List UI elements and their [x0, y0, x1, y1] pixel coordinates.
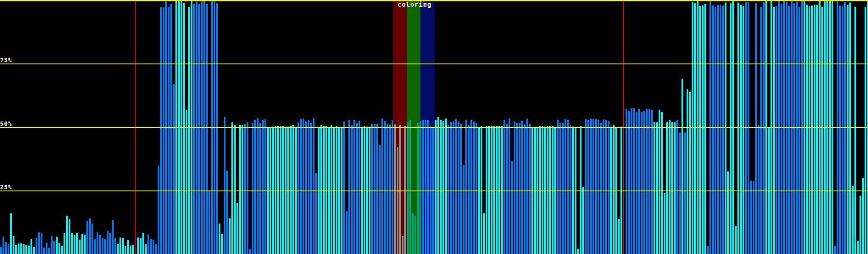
bar [526, 119, 528, 254]
bar [8, 244, 9, 254]
bar [638, 109, 640, 254]
tick-label-75: 75% [0, 57, 12, 64]
bar [539, 126, 541, 254]
bar [847, 5, 849, 254]
bar [247, 122, 248, 254]
bar [66, 216, 68, 254]
bar [226, 171, 228, 254]
bar [229, 218, 231, 254]
bar [147, 235, 149, 254]
bar [860, 196, 861, 254]
bar [488, 126, 490, 254]
bar [455, 119, 457, 254]
bar [48, 248, 50, 254]
bar [849, 3, 851, 254]
bar [618, 219, 620, 254]
bar [633, 108, 635, 254]
bar [275, 126, 276, 254]
bar [224, 117, 225, 254]
bar [0, 247, 2, 254]
bar [381, 119, 383, 254]
bar [516, 123, 518, 254]
bar [587, 120, 589, 254]
bar [496, 126, 498, 254]
bar [750, 181, 752, 254]
bar [666, 122, 668, 254]
bar [336, 126, 337, 254]
bar [46, 243, 47, 254]
bar [491, 126, 492, 254]
bar [603, 119, 604, 254]
bar [468, 125, 470, 254]
bar [483, 213, 485, 254]
bar [310, 123, 312, 254]
bar [758, 125, 760, 254]
bar [389, 124, 391, 254]
bar [188, 7, 190, 254]
bar [38, 232, 40, 254]
bar [343, 121, 345, 254]
bar [654, 122, 655, 254]
bar [562, 123, 564, 254]
bar [793, 3, 795, 254]
bar [379, 145, 381, 254]
bar [300, 119, 302, 254]
bar [842, 6, 843, 254]
bar [86, 221, 88, 254]
bar [94, 239, 96, 254]
bar [3, 237, 4, 254]
bar [699, 6, 701, 254]
bar [193, 4, 195, 254]
bar [450, 122, 452, 254]
bar [567, 120, 569, 254]
bar [684, 133, 686, 254]
bar [415, 216, 416, 254]
usage-graph-canvas: 75% 50% 25% coloring [0, 0, 868, 254]
bar [122, 238, 124, 254]
bar [351, 125, 353, 254]
bar [216, 3, 218, 254]
bar [671, 122, 673, 254]
tick-label-25: 25% [0, 184, 12, 190]
bar [262, 120, 264, 254]
bar [236, 203, 238, 254]
bar [13, 236, 14, 254]
bar [64, 233, 65, 254]
bar [582, 187, 584, 254]
bar [36, 238, 37, 254]
bar [549, 126, 551, 254]
bar [221, 234, 223, 254]
bar [465, 120, 467, 254]
bar [748, 2, 749, 254]
bar [81, 234, 83, 254]
bar [704, 4, 706, 254]
bar [28, 246, 30, 254]
bar [305, 121, 307, 254]
bar [392, 120, 393, 254]
bar [417, 123, 419, 254]
bar [120, 237, 121, 254]
bar [570, 125, 571, 254]
bar [76, 233, 78, 254]
bar [323, 126, 325, 254]
bar [206, 4, 208, 254]
bar [397, 147, 398, 254]
bar [725, 3, 726, 254]
bar [442, 121, 444, 254]
bar [326, 126, 327, 254]
bar [476, 123, 477, 254]
bar [631, 108, 632, 254]
bar [163, 7, 164, 254]
bar [659, 110, 660, 254]
bar [504, 120, 505, 254]
bar [577, 249, 579, 254]
bar [15, 245, 17, 254]
bar [501, 126, 503, 254]
gridline-25 [0, 190, 868, 191]
gridline-50 [0, 127, 868, 128]
bar [547, 126, 548, 254]
bar [674, 122, 676, 254]
bar [458, 121, 459, 254]
bar [585, 119, 587, 254]
bar [56, 237, 58, 254]
